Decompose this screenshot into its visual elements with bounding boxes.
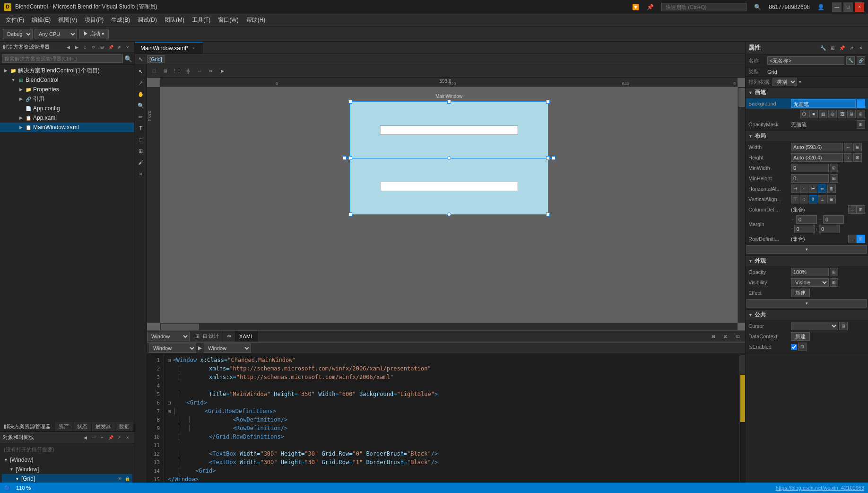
quick-launch-input[interactable]	[661, 3, 746, 11]
props-grid-btn[interactable]: ⊞	[828, 44, 837, 52]
opacity-more[interactable]: ⊞	[830, 268, 838, 276]
brush-image-btn[interactable]: 🖼	[838, 110, 846, 118]
menu-project[interactable]: 项目(P)	[81, 15, 107, 25]
panel-undock[interactable]: ⇗	[115, 44, 123, 51]
menu-help[interactable]: 帮助(H)	[243, 15, 269, 25]
menu-tools[interactable]: 工具(T)	[188, 15, 214, 25]
background-input[interactable]: 无画笔	[791, 99, 856, 108]
panel-close[interactable]: ×	[124, 44, 131, 51]
tab-assets[interactable]: 资产	[55, 422, 73, 431]
props-name-btn2[interactable]: 🔗	[857, 56, 865, 65]
background-color-swatch[interactable]	[857, 99, 865, 108]
ot-grid-visibility[interactable]: 👁	[116, 475, 123, 482]
width-input[interactable]	[791, 143, 843, 151]
menu-team[interactable]: 团队(M)	[161, 15, 188, 25]
margin-right-input[interactable]	[823, 215, 844, 224]
divider-handle-center[interactable]	[447, 156, 451, 160]
col-def-more[interactable]: …	[848, 205, 857, 214]
canvas-tb-align[interactable]: ↔	[194, 66, 205, 76]
props-name-input[interactable]	[767, 56, 844, 65]
width-more-btn[interactable]: ⊞	[853, 143, 862, 151]
tab-design[interactable]: ⊞ ⊞ 设计	[191, 331, 223, 342]
row-def-bind[interactable]: ⊞	[857, 235, 865, 243]
menu-file[interactable]: 文件(F)	[2, 15, 28, 25]
tool-shapes[interactable]: □	[136, 134, 146, 145]
brush-section-header[interactable]: ▼ 画笔	[746, 88, 868, 97]
height-input[interactable]	[791, 153, 843, 162]
panel-collapse[interactable]: ⊟	[98, 44, 106, 51]
divider-handle-right[interactable]	[552, 156, 556, 160]
margin-top-input[interactable]	[794, 225, 815, 233]
code-content[interactable]: ⊟ <Window x:Class="Changed.MainWindow" │…	[164, 354, 739, 493]
ot-pin[interactable]: 📌	[107, 434, 114, 441]
row-def-more[interactable]: …	[848, 235, 857, 243]
tool-select[interactable]: ↖	[136, 66, 146, 77]
min-width-input[interactable]	[791, 164, 829, 172]
tab-solution-explorer[interactable]: 解决方案资源管理器	[0, 422, 55, 431]
effect-new-btn[interactable]: 新建	[791, 289, 810, 297]
search-icon-btn[interactable]: 🔍	[124, 54, 132, 63]
xaml-scope-left[interactable]: Window	[149, 343, 196, 353]
handle-bl[interactable]	[348, 212, 352, 216]
props-wrench-btn[interactable]: 🔧	[819, 44, 827, 52]
opacity-mask-more[interactable]: ⊞	[857, 120, 865, 129]
menu-window[interactable]: 窗口(W)	[214, 15, 242, 25]
v-align-top[interactable]: ⊤	[791, 195, 799, 203]
close-button[interactable]: ×	[855, 2, 864, 12]
opacity-input[interactable]	[791, 268, 829, 276]
isenabled-checkbox[interactable]	[791, 344, 797, 350]
canvas-vscrollbar[interactable]	[738, 87, 745, 323]
canvas-vscroll-thumb[interactable]	[738, 88, 745, 107]
h-align-left[interactable]: ⊣	[791, 185, 799, 193]
handle-top[interactable]	[447, 100, 451, 104]
tab-toggle[interactable]: ⇔	[223, 331, 235, 342]
breadcrumb[interactable]: [Grid]	[147, 55, 165, 63]
canvas-tb-snap[interactable]: ⋮⋮	[172, 66, 182, 76]
tree-appxaml[interactable]: ▶ 📋 App.xaml	[0, 113, 134, 123]
v-align-bottom[interactable]: ⊥	[818, 195, 826, 203]
visibility-select[interactable]: Visible	[791, 278, 829, 287]
tab-data[interactable]: 数据	[115, 422, 134, 431]
margin-left-input[interactable]	[796, 215, 817, 224]
ot-minus[interactable]: —	[90, 434, 97, 441]
props-close-btn[interactable]: ×	[857, 44, 865, 52]
scope-window-left[interactable]: Window	[147, 332, 190, 341]
ot-grid-node[interactable]: ▼ [Grid] 👁 🔒	[2, 474, 132, 484]
handle-bottom[interactable]	[447, 212, 451, 216]
tree-project-node[interactable]: ▼ ⊞ BlendControl	[0, 75, 134, 85]
start-button[interactable]: ▶ 启动 ▾	[79, 29, 109, 39]
datacontext-new-btn[interactable]: 新建	[791, 332, 810, 341]
maximize-button[interactable]: □	[843, 2, 853, 12]
props-sort-select[interactable]: 类别	[773, 78, 797, 86]
brush-none-btn[interactable]: ⬡	[800, 110, 808, 118]
tree-properties[interactable]: ▶ 📁 Properties	[0, 85, 134, 94]
minimize-button[interactable]: —	[832, 2, 842, 12]
canvas-hscroll-thumb[interactable]	[161, 324, 199, 330]
tree-mainwindow[interactable]: ▶ 📋 MainWindow.xaml	[0, 123, 134, 132]
margin-bottom-input[interactable]	[819, 225, 840, 233]
canvas-tb-guides[interactable]: ╬	[183, 66, 193, 76]
isenabled-more[interactable]: ⊞	[798, 343, 807, 351]
v-align-center[interactable]: ↕	[800, 195, 808, 203]
debug-config-select[interactable]: Debug	[3, 29, 33, 39]
h-align-stretch[interactable]: ⇔	[818, 185, 826, 193]
handle-tl[interactable]	[348, 100, 352, 104]
tool-grid[interactable]: ⊞	[136, 146, 146, 156]
tool-pen[interactable]: ✏	[136, 112, 146, 122]
menu-view[interactable]: 视图(V)	[54, 15, 81, 25]
main-doc-tab[interactable]: MainWindow.xaml* ×	[135, 42, 203, 54]
wpf-textbox-1[interactable]	[380, 125, 518, 135]
common-section-header[interactable]: ▼ 公共	[746, 310, 868, 320]
design-surface[interactable]: MainWindow	[160, 87, 738, 323]
panel-home[interactable]: ⌂	[81, 44, 89, 51]
doc-tab-close[interactable]: ×	[190, 45, 197, 52]
handle-br[interactable]	[546, 212, 550, 216]
panel-refresh[interactable]: ⟳	[90, 44, 97, 51]
ot-window-root[interactable]: ▼ [Window]	[2, 455, 132, 465]
panel-nav-back[interactable]: ◀	[64, 44, 72, 51]
brush-linear-btn[interactable]: ▥	[819, 110, 827, 118]
tool-pan[interactable]: ✋	[136, 89, 146, 99]
handle-tr[interactable]	[546, 100, 550, 104]
ot-add[interactable]: +	[98, 434, 106, 441]
split-btn-2[interactable]: ⊠	[720, 331, 731, 342]
